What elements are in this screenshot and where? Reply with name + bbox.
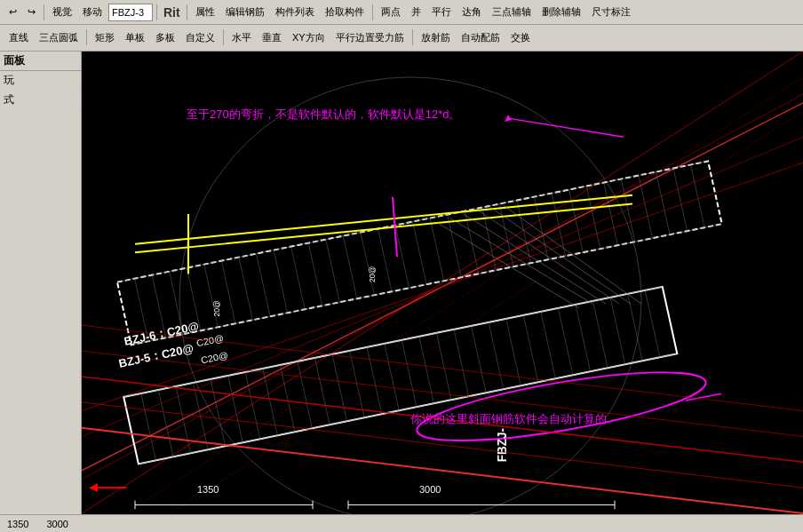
- svg-line-106: [82, 325, 803, 410]
- toolbar-row1: ↩ ↪ 视觉 移动 FBZJ-3 Rit 属性 编辑钢筋 构件列表 拾取构件 两…: [0, 0, 803, 25]
- svg-line-71: [558, 308, 573, 375]
- fbzj-dropdown[interactable]: FBZJ-3: [108, 4, 153, 21]
- separator6: [223, 29, 224, 45]
- svg-line-74: [610, 298, 625, 364]
- status-coords2: 3000: [46, 519, 68, 529]
- svg-line-42: [673, 169, 688, 232]
- svg-text:FBZJ-: FBZJ-: [496, 428, 509, 463]
- status-bar: 1350 3000: [0, 514, 803, 532]
- toolbar-btn-rect[interactable]: 矩形: [91, 29, 119, 46]
- svg-text:20@: 20@: [368, 266, 377, 282]
- svg-line-25: [378, 229, 392, 292]
- toolbar-btn-undo[interactable]: ↩: [4, 4, 21, 20]
- toolbar-btn-two-point[interactable]: 两点: [377, 4, 405, 20]
- toolbar-btn-redo[interactable]: ↪: [23, 4, 40, 20]
- toolbar-btn-arc[interactable]: 三点圆弧: [35, 29, 83, 46]
- toolbar-btn-multi-slab[interactable]: 多板: [151, 29, 179, 46]
- separator3: [187, 4, 187, 20]
- toolbar-btn-member-list[interactable]: 构件列表: [271, 4, 319, 20]
- toolbar-btn-properties[interactable]: 属性: [191, 4, 219, 20]
- toolbar-btn-xy-direction[interactable]: XY方向: [288, 29, 330, 46]
- separator2: [156, 4, 157, 20]
- svg-line-40: [639, 176, 653, 239]
- toolbar-btn-parallel[interactable]: 平行: [427, 4, 456, 20]
- svg-line-37: [586, 187, 600, 250]
- svg-line-77: [135, 195, 632, 244]
- svg-line-66: [472, 326, 487, 393]
- panel-item-wan: 玩: [0, 71, 81, 91]
- toolbar-btn-delete-aux[interactable]: 删除辅轴: [537, 4, 585, 20]
- toolbar-btn-auto-layout[interactable]: 自动配筋: [457, 29, 505, 46]
- svg-line-73: [592, 301, 608, 368]
- toolbar-btn-pick-member[interactable]: 拾取构件: [321, 4, 369, 20]
- separator7: [412, 29, 413, 45]
- svg-line-63: [419, 337, 434, 403]
- svg-line-43: [691, 165, 705, 228]
- svg-line-29: [448, 215, 462, 278]
- toolbar-btn-radial[interactable]: 放射筋: [417, 29, 455, 46]
- svg-line-53: [245, 372, 260, 439]
- svg-line-82: [450, 218, 592, 304]
- svg-line-87: [508, 118, 624, 137]
- svg-line-21: [308, 243, 322, 306]
- panel-title: 面板: [0, 52, 81, 71]
- svg-line-16: [221, 261, 235, 324]
- svg-line-52: [228, 376, 243, 442]
- cad-canvas-area[interactable]: FBZJ- C20@ C20@ 20@ 20@ 至于270的弯折，不是软件默认的…: [82, 52, 803, 514]
- rit-label: Rit: [163, 5, 180, 20]
- svg-line-70: [541, 312, 556, 378]
- svg-line-28: [430, 218, 444, 282]
- toolbar-btn-merge[interactable]: 并: [407, 4, 425, 20]
- toolbar-btn-vertical[interactable]: 垂直: [258, 29, 286, 46]
- toolbar-btn-edit-rebar[interactable]: 编辑钢筋: [221, 4, 269, 20]
- svg-line-62: [402, 340, 417, 407]
- svg-line-20: [291, 247, 306, 310]
- svg-line-64: [436, 333, 451, 400]
- svg-line-4: [82, 163, 803, 410]
- svg-text:C20@: C20@: [200, 350, 229, 366]
- toolbar-btn-swap[interactable]: 交换: [506, 29, 535, 46]
- separator4: [372, 4, 373, 20]
- svg-line-65: [454, 330, 469, 396]
- toolbar-btn-angle[interactable]: 达角: [457, 4, 486, 20]
- svg-line-17: [239, 258, 253, 321]
- svg-line-47: [141, 393, 156, 460]
- svg-point-89: [413, 359, 711, 455]
- panel-item-shi: 式: [0, 91, 81, 110]
- svg-line-33: [517, 201, 531, 264]
- svg-line-10: [131, 224, 722, 345]
- separator1: [44, 4, 44, 20]
- svg-line-22: [326, 240, 340, 303]
- toolbar-btn-dimension[interactable]: 尺寸标注: [587, 4, 635, 20]
- svg-point-7: [179, 77, 641, 514]
- svg-text:20@: 20@: [212, 300, 221, 316]
- toolbar-btn-custom[interactable]: 自定义: [181, 29, 219, 46]
- svg-line-51: [211, 379, 226, 446]
- svg-line-67: [489, 322, 504, 389]
- svg-line-72: [576, 305, 591, 371]
- toolbar-btn-three-point-aux[interactable]: 三点辅轴: [488, 4, 536, 20]
- svg-line-18: [256, 254, 270, 317]
- toolbar-row2: 直线 三点圆弧 矩形 单板 多板 自定义 水平 垂直 XY方向 平行边置受力筋 …: [0, 25, 803, 50]
- toolbar-btn-view[interactable]: 视觉: [48, 4, 76, 20]
- svg-marker-102: [89, 483, 98, 492]
- toolbar-btn-single-slab[interactable]: 单板: [121, 29, 149, 46]
- toolbar-btn-horizontal[interactable]: 水平: [227, 29, 256, 46]
- svg-line-23: [343, 236, 357, 299]
- left-panel: 面板 玩 式: [0, 52, 82, 532]
- svg-line-46: [139, 353, 677, 464]
- svg-line-58: [332, 354, 347, 421]
- svg-line-38: [604, 183, 618, 246]
- annotation-slope: 你说的这里斜面钢筋软件会自动计算的: [410, 411, 607, 427]
- annotation-bend: 至于270的弯折，不是软件默认的，软件默认是12*d。: [187, 107, 460, 123]
- toolbar-btn-line[interactable]: 直线: [4, 29, 33, 46]
- svg-line-41: [656, 172, 670, 235]
- svg-line-34: [534, 197, 548, 260]
- toolbar-btn-parallel-edge[interactable]: 平行边置受力筋: [331, 29, 409, 46]
- svg-line-61: [385, 344, 400, 410]
- svg-line-15: [204, 265, 219, 328]
- toolbar-btn-move[interactable]: 移动: [78, 4, 107, 20]
- measurement-1350: 1350: [197, 484, 219, 495]
- measurement-3000: 3000: [419, 484, 441, 495]
- svg-line-69: [523, 315, 538, 382]
